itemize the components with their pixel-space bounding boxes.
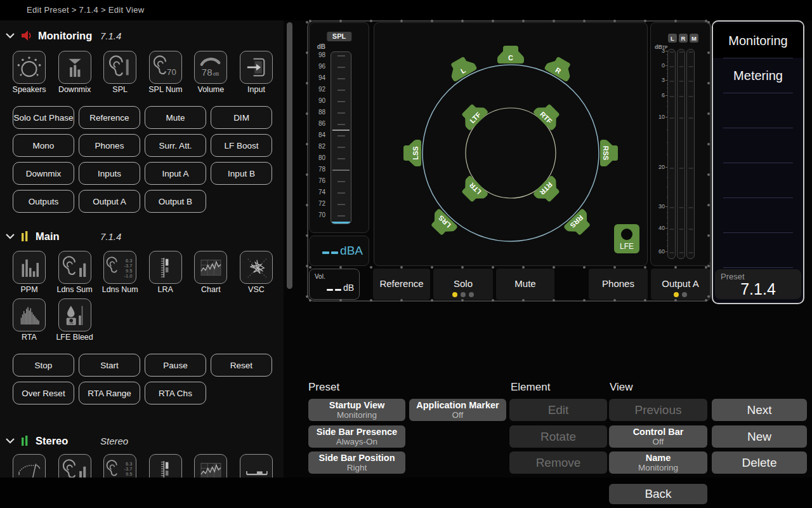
vol-label: Vol. bbox=[315, 273, 325, 280]
tool-tile-correlation-icon[interactable] bbox=[240, 454, 273, 478]
grid-anchor-dot bbox=[431, 266, 433, 269]
speaker-LSS[interactable]: LSS bbox=[403, 140, 421, 166]
sidebar-view-item-monitoring[interactable]: Monitoring bbox=[713, 23, 803, 58]
monitoring-button-phones[interactable]: Phones bbox=[79, 134, 140, 157]
monitoring-button-reference[interactable]: Reference bbox=[79, 106, 140, 129]
tool-tile-downmix[interactable]: Downmix bbox=[58, 51, 91, 95]
sidebar-view-item-metering[interactable]: Metering bbox=[713, 58, 803, 93]
sidebar-view-item-empty[interactable] bbox=[713, 128, 803, 163]
speaker-LRS[interactable]: LRS bbox=[426, 208, 458, 239]
downmix-icon bbox=[58, 51, 91, 84]
speaker-RTR[interactable]: RTR bbox=[533, 175, 564, 206]
tool-tile-speakers[interactable]: Speakers bbox=[13, 51, 46, 95]
sidebar-view-item-empty[interactable] bbox=[713, 93, 803, 128]
monitoring-button-dim[interactable]: DIM bbox=[211, 106, 272, 129]
preset-section-heading: Preset bbox=[308, 381, 339, 394]
tool-tile-ldns-num[interactable]: 6.3 -3.7 9.5 -1.0Ldns Num bbox=[103, 251, 136, 295]
speaker-LTF[interactable]: LTF bbox=[457, 100, 488, 131]
sidebar-view-item-empty[interactable] bbox=[713, 198, 803, 232]
main-button-reset[interactable]: Reset bbox=[211, 354, 272, 377]
control-bar-solo[interactable]: Solo bbox=[433, 269, 493, 300]
monitoring-button-output-b[interactable]: Output B bbox=[145, 190, 206, 213]
speaker-RTF[interactable]: RTF bbox=[533, 100, 564, 131]
dba-readout-panel[interactable]: dBA bbox=[309, 236, 369, 266]
tile-label: Downmix bbox=[58, 85, 91, 95]
sidebar-preset-box[interactable]: Preset 7.1.4 bbox=[715, 269, 801, 299]
tool-tile-ldns-sum-icon[interactable] bbox=[58, 454, 91, 478]
speaker-LFE[interactable]: LFE bbox=[614, 224, 639, 253]
speaker-R[interactable]: R bbox=[544, 53, 575, 82]
main-button-rta-range[interactable]: RTA Range bbox=[79, 382, 140, 404]
tile-label: Ldns Sum bbox=[58, 285, 91, 295]
volume-icon: 78dB bbox=[194, 51, 227, 84]
tool-tile-lra[interactable]: LRA bbox=[149, 251, 182, 295]
speaker-RRS[interactable]: RRS bbox=[563, 208, 595, 239]
ppm-meters-panel[interactable]: LRMdBTP30361020304060 bbox=[650, 22, 710, 266]
tool-tile-ppm[interactable]: PPM bbox=[13, 251, 46, 295]
control-bar-phones[interactable]: Phones bbox=[589, 269, 648, 300]
monitoring-button-outputs[interactable]: Outputs bbox=[13, 190, 74, 213]
preset-application-marker-button[interactable]: Application MarkerOff bbox=[409, 399, 506, 421]
view-delete-button[interactable]: Delete bbox=[712, 451, 807, 474]
monitoring-button-downmix[interactable]: Downmix bbox=[13, 162, 74, 185]
grid-anchor-dot bbox=[339, 299, 342, 302]
speaker-RSS[interactable]: RSS bbox=[600, 140, 618, 166]
chevron-down-icon[interactable] bbox=[5, 232, 15, 241]
tool-tile-chart[interactable]: Chart bbox=[194, 251, 227, 295]
control-bar-reference[interactable]: Reference bbox=[373, 269, 430, 300]
sidebar-view-item-empty[interactable] bbox=[713, 233, 803, 267]
left-panel-scrollbar[interactable] bbox=[287, 22, 292, 289]
main-button-start[interactable]: Start bbox=[79, 354, 140, 377]
monitoring-button-input-b[interactable]: Input B bbox=[211, 162, 272, 185]
tool-tile-input[interactable]: Input bbox=[240, 51, 273, 95]
view-name-button[interactable]: NameMonitoring bbox=[609, 451, 707, 474]
chevron-down-icon[interactable] bbox=[5, 436, 15, 445]
monitoring-button-mono[interactable]: Mono bbox=[13, 134, 74, 157]
preset-sidebar-position-button[interactable]: Side Bar PositionRight bbox=[308, 451, 405, 474]
monitoring-button-mute[interactable]: Mute bbox=[145, 106, 206, 129]
tool-tile-spl-num[interactable]: 70SPL Num bbox=[149, 51, 182, 95]
speaker-layout-panel[interactable]: C L R LSS RSS LRS RRS LTF RTF LTR RTR LF… bbox=[374, 22, 648, 266]
spl-meter-panel[interactable]: SPL dB 989694929088868482807876747270 bbox=[309, 22, 369, 233]
tool-tile-vsc[interactable]: VSC bbox=[240, 251, 273, 295]
tool-tile-rta[interactable]: RTA bbox=[13, 298, 46, 343]
tool-tile-volume[interactable]: 78dBVolume bbox=[194, 51, 227, 95]
chevron-down-icon[interactable] bbox=[5, 31, 15, 40]
view-new-button[interactable]: New bbox=[712, 425, 807, 448]
monitoring-button-output-a[interactable]: Output A bbox=[79, 190, 140, 213]
monitoring-button-inputs[interactable]: Inputs bbox=[79, 162, 140, 185]
preset-startup-view-button[interactable]: Startup ViewMonitoring bbox=[308, 399, 405, 421]
main-button-over-reset[interactable]: Over Reset bbox=[13, 382, 74, 404]
monitoring-button-input-a[interactable]: Input A bbox=[145, 162, 206, 185]
grid-anchor-dot bbox=[306, 295, 308, 298]
tool-tile-lra-icon[interactable] bbox=[149, 454, 182, 478]
speaker-LTR[interactable]: LTR bbox=[457, 175, 488, 206]
speaker-L[interactable]: L bbox=[445, 53, 477, 82]
speaker-C[interactable]: C bbox=[497, 46, 524, 64]
tile-label: RTA bbox=[13, 333, 46, 343]
back-button[interactable]: Back bbox=[609, 484, 707, 504]
tool-tile-spl[interactable]: SPL bbox=[103, 51, 136, 95]
volume-readout-panel[interactable]: Vol. dB bbox=[309, 269, 360, 300]
grid-anchor-dot bbox=[431, 20, 433, 22]
tool-tile-vu-icon[interactable] bbox=[13, 454, 46, 478]
monitoring-button-lf-boost[interactable]: LF Boost bbox=[211, 134, 272, 157]
view-control-bar-button[interactable]: Control BarOff bbox=[609, 425, 707, 448]
preset-sidebar-presence-button[interactable]: Side Bar PresenceAlways-On bbox=[308, 425, 405, 448]
tool-tile-lfe-bleed[interactable]: LFE LFE Bleed bbox=[58, 298, 91, 343]
monitoring-button-surr--att-[interactable]: Surr. Att. bbox=[145, 134, 206, 157]
control-bar-mute[interactable]: Mute bbox=[496, 269, 554, 300]
main-button-rta-chs[interactable]: RTA Chs bbox=[145, 382, 206, 404]
tool-tile-ldns-sum[interactable]: Ldns Sum bbox=[58, 251, 91, 295]
monitoring-button-solo-cut-phase[interactable]: Solo Cut Phase bbox=[13, 106, 74, 129]
tool-tile-ldns-num-icon[interactable]: 6.3 -3.7 9.5 -1.0 bbox=[103, 454, 136, 478]
sidebar-view-item-empty[interactable] bbox=[713, 163, 803, 197]
main-button-stop[interactable]: Stop bbox=[13, 354, 74, 377]
grid-anchor-dot bbox=[306, 82, 308, 84]
main-button-pause[interactable]: Pause bbox=[145, 354, 206, 377]
view-next-button[interactable]: Next bbox=[712, 399, 807, 421]
ppm-meter-column-L bbox=[667, 49, 676, 259]
view-section-heading: View bbox=[610, 381, 633, 394]
tool-tile-chart-icon[interactable] bbox=[194, 454, 227, 478]
control-bar-output-a[interactable]: Output A bbox=[651, 269, 710, 300]
